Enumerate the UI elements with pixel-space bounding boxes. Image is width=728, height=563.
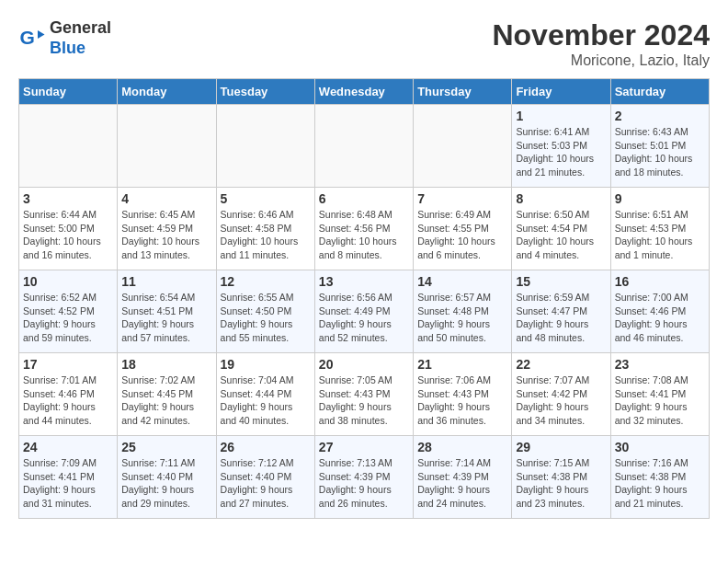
day-number: 17 — [23, 357, 113, 372]
day-number: 12 — [221, 274, 311, 289]
day-info: Sunrise: 7:07 AM Sunset: 4:42 PM Dayligh… — [516, 373, 606, 428]
day-number: 29 — [516, 440, 606, 454]
day-number: 16 — [615, 274, 705, 289]
day-number: 19 — [221, 357, 311, 372]
day-number: 4 — [121, 191, 211, 206]
calendar-table: SundayMondayTuesdayWednesdayThursdayFrid… — [18, 78, 710, 519]
day-info: Sunrise: 6:59 AM Sunset: 4:47 PM Dayligh… — [516, 291, 606, 345]
weekday-header-saturday: Saturday — [610, 79, 709, 105]
day-number: 22 — [516, 357, 606, 372]
calendar-cell — [118, 105, 216, 188]
day-info: Sunrise: 7:04 AM Sunset: 4:44 PM Dayligh… — [221, 373, 311, 428]
day-info: Sunrise: 6:49 AM Sunset: 4:55 PM Dayligh… — [417, 208, 507, 262]
day-number: 10 — [23, 274, 113, 289]
day-number: 15 — [516, 274, 606, 289]
day-number: 20 — [319, 357, 409, 372]
day-number: 30 — [615, 440, 705, 454]
day-info: Sunrise: 7:06 AM Sunset: 4:43 PM Dayligh… — [417, 373, 507, 428]
logo-text: General Blue — [50, 18, 111, 58]
day-number: 3 — [23, 191, 113, 206]
calendar-cell — [216, 105, 314, 188]
day-number: 13 — [319, 274, 409, 289]
calendar-cell: 18Sunrise: 7:02 AM Sunset: 4:45 PM Dayli… — [118, 353, 216, 436]
calendar-cell: 3Sunrise: 6:44 AM Sunset: 5:00 PM Daylig… — [19, 188, 118, 270]
calendar-week-row: 3Sunrise: 6:44 AM Sunset: 5:00 PM Daylig… — [19, 188, 710, 270]
calendar-cell: 20Sunrise: 7:05 AM Sunset: 4:43 PM Dayli… — [314, 353, 413, 436]
svg-text:G: G — [20, 27, 35, 48]
calendar-cell: 6Sunrise: 6:48 AM Sunset: 4:56 PM Daylig… — [314, 188, 413, 270]
day-number: 11 — [121, 274, 211, 289]
calendar-cell: 8Sunrise: 6:50 AM Sunset: 4:54 PM Daylig… — [512, 188, 610, 270]
day-info: Sunrise: 7:11 AM Sunset: 4:40 PM Dayligh… — [121, 456, 211, 511]
calendar-cell: 24Sunrise: 7:09 AM Sunset: 4:41 PM Dayli… — [19, 436, 118, 519]
day-info: Sunrise: 7:08 AM Sunset: 4:41 PM Dayligh… — [615, 373, 705, 428]
logo-icon: G — [18, 25, 46, 52]
page-header: G General Blue November 2024 Moricone, L… — [18, 18, 710, 69]
svg-marker-1 — [38, 30, 45, 39]
day-info: Sunrise: 7:15 AM Sunset: 4:38 PM Dayligh… — [516, 456, 606, 511]
calendar-cell: 26Sunrise: 7:12 AM Sunset: 4:40 PM Dayli… — [216, 436, 314, 519]
calendar-cell: 29Sunrise: 7:15 AM Sunset: 4:38 PM Dayli… — [512, 436, 610, 519]
calendar-week-row: 1Sunrise: 6:41 AM Sunset: 5:03 PM Daylig… — [19, 105, 710, 188]
day-number: 21 — [417, 357, 507, 372]
day-info: Sunrise: 6:57 AM Sunset: 4:48 PM Dayligh… — [417, 291, 507, 345]
calendar-cell: 28Sunrise: 7:14 AM Sunset: 4:39 PM Dayli… — [414, 436, 512, 519]
calendar-week-row: 10Sunrise: 6:52 AM Sunset: 4:52 PM Dayli… — [19, 270, 710, 353]
calendar-week-row: 24Sunrise: 7:09 AM Sunset: 4:41 PM Dayli… — [19, 436, 710, 519]
calendar-week-row: 17Sunrise: 7:01 AM Sunset: 4:46 PM Dayli… — [19, 353, 710, 436]
weekday-header-wednesday: Wednesday — [314, 79, 413, 105]
day-info: Sunrise: 6:41 AM Sunset: 5:03 PM Dayligh… — [516, 125, 606, 179]
day-info: Sunrise: 7:13 AM Sunset: 4:39 PM Dayligh… — [319, 456, 409, 511]
day-info: Sunrise: 6:56 AM Sunset: 4:49 PM Dayligh… — [319, 291, 409, 345]
calendar-cell: 27Sunrise: 7:13 AM Sunset: 4:39 PM Dayli… — [314, 436, 413, 519]
day-number: 5 — [221, 191, 311, 206]
weekday-header-monday: Monday — [118, 79, 216, 105]
day-number: 9 — [615, 191, 705, 206]
day-info: Sunrise: 7:05 AM Sunset: 4:43 PM Dayligh… — [319, 373, 409, 428]
calendar-cell: 2Sunrise: 6:43 AM Sunset: 5:01 PM Daylig… — [610, 105, 709, 188]
day-number: 23 — [615, 357, 705, 372]
calendar-cell: 9Sunrise: 6:51 AM Sunset: 4:53 PM Daylig… — [610, 188, 709, 270]
day-info: Sunrise: 6:48 AM Sunset: 4:56 PM Dayligh… — [319, 208, 409, 262]
day-number: 27 — [319, 440, 409, 454]
weekday-header-thursday: Thursday — [414, 79, 512, 105]
day-number: 8 — [516, 191, 606, 206]
day-info: Sunrise: 6:46 AM Sunset: 4:58 PM Dayligh… — [221, 208, 311, 262]
day-info: Sunrise: 6:54 AM Sunset: 4:51 PM Dayligh… — [121, 291, 211, 345]
day-info: Sunrise: 6:45 AM Sunset: 4:59 PM Dayligh… — [121, 208, 211, 262]
day-number: 14 — [417, 274, 507, 289]
logo: G General Blue — [18, 18, 111, 58]
calendar-cell: 11Sunrise: 6:54 AM Sunset: 4:51 PM Dayli… — [118, 270, 216, 353]
weekday-header-tuesday: Tuesday — [216, 79, 314, 105]
day-number: 24 — [23, 440, 113, 454]
calendar-cell: 15Sunrise: 6:59 AM Sunset: 4:47 PM Dayli… — [512, 270, 610, 353]
day-number: 1 — [516, 109, 606, 123]
calendar-cell: 23Sunrise: 7:08 AM Sunset: 4:41 PM Dayli… — [610, 353, 709, 436]
day-info: Sunrise: 7:09 AM Sunset: 4:41 PM Dayligh… — [23, 456, 113, 511]
day-info: Sunrise: 7:00 AM Sunset: 4:46 PM Dayligh… — [615, 291, 705, 345]
weekday-header-sunday: Sunday — [19, 79, 118, 105]
calendar-cell: 25Sunrise: 7:11 AM Sunset: 4:40 PM Dayli… — [118, 436, 216, 519]
day-info: Sunrise: 7:02 AM Sunset: 4:45 PM Dayligh… — [121, 373, 211, 428]
calendar-cell: 22Sunrise: 7:07 AM Sunset: 4:42 PM Dayli… — [512, 353, 610, 436]
day-info: Sunrise: 6:43 AM Sunset: 5:01 PM Dayligh… — [615, 125, 705, 179]
calendar-cell: 30Sunrise: 7:16 AM Sunset: 4:38 PM Dayli… — [610, 436, 709, 519]
location: Moricone, Lazio, Italy — [492, 52, 710, 69]
weekday-header-row: SundayMondayTuesdayWednesdayThursdayFrid… — [19, 79, 710, 105]
day-number: 18 — [121, 357, 211, 372]
day-info: Sunrise: 6:55 AM Sunset: 4:50 PM Dayligh… — [221, 291, 311, 345]
day-info: Sunrise: 6:52 AM Sunset: 4:52 PM Dayligh… — [23, 291, 113, 345]
calendar-cell: 17Sunrise: 7:01 AM Sunset: 4:46 PM Dayli… — [19, 353, 118, 436]
calendar-cell: 12Sunrise: 6:55 AM Sunset: 4:50 PM Dayli… — [216, 270, 314, 353]
day-info: Sunrise: 7:14 AM Sunset: 4:39 PM Dayligh… — [417, 456, 507, 511]
day-info: Sunrise: 7:16 AM Sunset: 4:38 PM Dayligh… — [615, 456, 705, 511]
day-info: Sunrise: 6:50 AM Sunset: 4:54 PM Dayligh… — [516, 208, 606, 262]
calendar-cell: 13Sunrise: 6:56 AM Sunset: 4:49 PM Dayli… — [314, 270, 413, 353]
calendar-cell: 19Sunrise: 7:04 AM Sunset: 4:44 PM Dayli… — [216, 353, 314, 436]
calendar-cell: 4Sunrise: 6:45 AM Sunset: 4:59 PM Daylig… — [118, 188, 216, 270]
month-title: November 2024 — [492, 18, 710, 52]
day-info: Sunrise: 7:12 AM Sunset: 4:40 PM Dayligh… — [221, 456, 311, 511]
day-info: Sunrise: 7:01 AM Sunset: 4:46 PM Dayligh… — [23, 373, 113, 428]
calendar-cell: 21Sunrise: 7:06 AM Sunset: 4:43 PM Dayli… — [414, 353, 512, 436]
logo-blue: Blue — [50, 39, 85, 57]
